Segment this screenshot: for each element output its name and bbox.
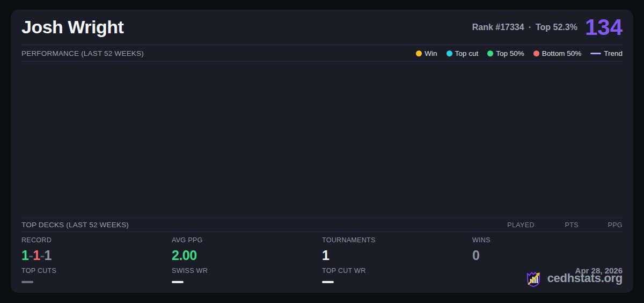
stat-record: RECORD 1-1-1 TOP CUTS (21, 236, 172, 293)
topcut-dot-icon (447, 50, 452, 56)
legend-item-win: Win (416, 49, 437, 57)
top-decks-columns: PLAYED PTS PPG (491, 221, 623, 229)
top-decks-title: TOP DECKS (LAST 52 WEEKS) (21, 221, 129, 229)
swiss-wr-empty-value (172, 281, 184, 283)
avg-ppg-label: AVG PPG (172, 236, 322, 244)
stat-tournaments: TOURNAMENTS 1 TOP CUT WR (322, 236, 472, 293)
top-decks-header: TOP DECKS (LAST 52 WEEKS) PLAYED PTS PPG (21, 218, 623, 232)
top-cut-wr-label: TOP CUT WR (322, 267, 472, 275)
rank-separator: · (529, 23, 531, 32)
column-played: PLAYED (503, 221, 535, 229)
record-losses: 1 (33, 248, 40, 263)
player-name: Josh Wright (21, 17, 123, 38)
brand-name: cedhstats.org (547, 271, 623, 285)
legend-label: Trend (604, 49, 623, 57)
player-score: 134 (585, 16, 623, 39)
record-draws: 1 (44, 248, 51, 263)
legend-item-top50: Top 50% (487, 49, 524, 57)
bottom50-dot-icon (533, 50, 539, 56)
tournaments-label: TOURNAMENTS (322, 236, 472, 244)
wins-value: 0 (472, 247, 623, 263)
record-value: 1-1-1 (21, 247, 172, 263)
stats-grid: RECORD 1-1-1 TOP CUTS AVG PPG 2.00 SWISS… (21, 232, 623, 293)
top50-dot-icon (487, 50, 493, 56)
swiss-wr-label: SWISS WR (172, 267, 322, 275)
performance-title: PERFORMANCE (LAST 52 WEEKS) (21, 49, 144, 57)
stat-avg-ppg: AVG PPG 2.00 SWISS WR (172, 236, 322, 293)
legend-label: Top cut (455, 49, 479, 57)
tournaments-value: 1 (322, 247, 472, 263)
column-pts: PTS (547, 221, 579, 229)
column-ppg: PPG (591, 221, 623, 229)
avg-ppg-value: 2.00 (172, 247, 322, 263)
record-wins: 1 (21, 248, 28, 263)
rank-line: Rank #17334 · Top 52.3% (472, 23, 577, 32)
percentile-label: Top 52.3% (536, 23, 577, 32)
legend-label: Win (425, 49, 437, 57)
trend-line-icon (590, 53, 601, 54)
player-stats-card: Josh Wright Rank #17334 · Top 52.3% 134 … (11, 10, 633, 293)
rank-label: Rank #17334 (472, 23, 524, 32)
card-header: Josh Wright Rank #17334 · Top 52.3% 134 (21, 10, 623, 45)
brand: cedhstats.org (524, 269, 623, 288)
cedhstats-logo-icon (524, 269, 543, 288)
legend-item-bottom50: Bottom 50% (533, 49, 582, 57)
top-cut-wr-empty-value (322, 281, 334, 283)
wins-label: WINS (472, 236, 623, 244)
record-label: RECORD (21, 236, 172, 244)
top-cuts-empty-value (21, 281, 33, 283)
legend-label: Top 50% (496, 49, 524, 57)
chart-legend: Win Top cut Top 50% Bottom 50% Trend (416, 49, 623, 57)
performance-header: PERFORMANCE (LAST 52 WEEKS) Win Top cut … (21, 45, 623, 62)
win-dot-icon (416, 50, 422, 56)
top-cuts-label: TOP CUTS (21, 267, 172, 275)
legend-label: Bottom 50% (542, 49, 582, 57)
legend-item-trend: Trend (590, 49, 623, 57)
rank-summary: Rank #17334 · Top 52.3% 134 (472, 16, 623, 39)
performance-chart (21, 62, 623, 218)
legend-item-topcut: Top cut (447, 49, 479, 57)
